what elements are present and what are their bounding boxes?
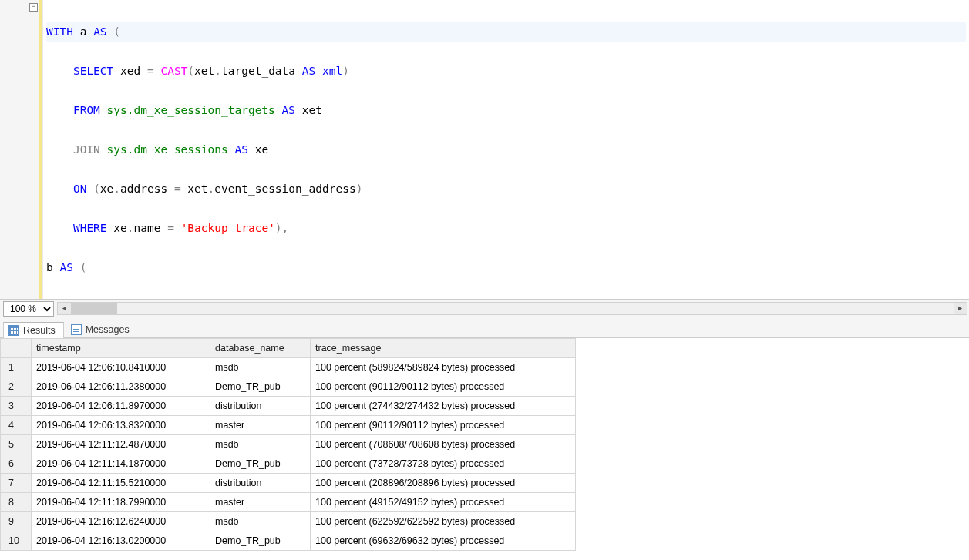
row-number[interactable]: 7 [1,474,32,493]
tab-results[interactable]: Results [3,322,64,338]
cell-timestamp[interactable]: 2019-06-04 12:16:13.0200000 [32,531,210,551]
cell-timestamp[interactable]: 2019-06-04 12:06:10.8410000 [32,358,210,377]
cell-trace-message[interactable]: 100 percent (589824/589824 bytes) proces… [311,358,576,377]
cell-trace-message[interactable]: 100 percent (208896/208896 bytes) proces… [311,474,576,493]
cell-timestamp[interactable]: 2019-06-04 12:06:11.8970000 [32,397,210,416]
header-row: timestamp database_name trace_message [1,339,576,358]
row-number[interactable]: 4 [1,416,32,435]
code-content[interactable]: WITH a AS ( SELECT xed = CAST(xet.target… [43,0,969,299]
table-row[interactable]: 82019-06-04 12:11:18.7990000master100 pe… [1,493,576,512]
zoom-level-select[interactable]: 100 % [3,301,54,317]
cell-trace-message[interactable]: 100 percent (90112/90112 bytes) processe… [311,416,576,435]
cell-trace-message[interactable]: 100 percent (49152/49152 bytes) processe… [311,493,576,512]
row-number[interactable]: 3 [1,397,32,416]
col-header-timestamp[interactable]: timestamp [32,339,210,358]
cell-database-name[interactable]: Demo_TR_pub [210,531,311,551]
cell-trace-message[interactable]: 100 percent (69632/69632 bytes) processe… [311,531,576,551]
tab-label: Results [23,325,56,336]
cell-trace-message[interactable]: 100 percent (708608/708608 bytes) proces… [311,435,576,454]
editor-gutter: − [0,0,43,299]
cell-trace-message[interactable]: 100 percent (622592/622592 bytes) proces… [311,512,576,531]
fold-toggle[interactable]: − [29,3,38,12]
table-row[interactable]: 32019-06-04 12:06:11.8970000distribution… [1,397,576,416]
row-number[interactable]: 5 [1,435,32,454]
sql-editor: − WITH a AS ( SELECT xed = CAST(xet.targ… [0,0,969,299]
table-row[interactable]: 22019-06-04 12:06:11.2380000Demo_TR_pub1… [1,377,576,397]
result-tabs: Results Messages [0,317,969,338]
change-indicator [39,0,42,299]
scroll-right-button[interactable]: ► [954,303,967,314]
cell-timestamp[interactable]: 2019-06-04 12:11:12.4870000 [32,435,210,454]
scroll-thumb[interactable] [71,303,117,314]
col-header-trace-message[interactable]: trace_message [311,339,576,358]
cell-timestamp[interactable]: 2019-06-04 12:06:11.2380000 [32,377,210,397]
table-row[interactable]: 62019-06-04 12:11:14.1870000Demo_TR_pub1… [1,454,576,474]
cell-database-name[interactable]: msdb [210,512,311,531]
cell-trace-message[interactable]: 100 percent (90112/90112 bytes) processe… [311,377,576,397]
row-number[interactable]: 8 [1,493,32,512]
row-number[interactable]: 6 [1,454,32,474]
cell-timestamp[interactable]: 2019-06-04 12:11:18.7990000 [32,493,210,512]
cell-timestamp[interactable]: 2019-06-04 12:16:12.6240000 [32,512,210,531]
results-grid[interactable]: timestamp database_name trace_message 12… [0,338,969,560]
row-number[interactable]: 2 [1,377,32,397]
cell-database-name[interactable]: distribution [210,474,311,493]
cell-trace-message[interactable]: 100 percent (274432/274432 bytes) proces… [311,397,576,416]
results-table[interactable]: timestamp database_name trace_message 12… [0,338,576,551]
table-row[interactable]: 52019-06-04 12:11:12.4870000msdb100 perc… [1,435,576,454]
table-row[interactable]: 12019-06-04 12:06:10.8410000msdb100 perc… [1,358,576,377]
corner-cell[interactable] [1,339,32,358]
table-row[interactable]: 72019-06-04 12:11:15.5210000distribution… [1,474,576,493]
cell-database-name[interactable]: msdb [210,358,311,377]
cell-database-name[interactable]: Demo_TR_pub [210,454,311,474]
cell-timestamp[interactable]: 2019-06-04 12:06:13.8320000 [32,416,210,435]
table-row[interactable]: 92019-06-04 12:16:12.6240000msdb100 perc… [1,512,576,531]
tab-label: Messages [86,324,130,335]
cell-database-name[interactable]: distribution [210,397,311,416]
cell-database-name[interactable]: master [210,493,311,512]
scroll-left-button[interactable]: ◄ [58,303,71,314]
messages-icon [71,324,82,335]
cell-timestamp[interactable]: 2019-06-04 12:11:15.5210000 [32,474,210,493]
table-row[interactable]: 102019-06-04 12:16:13.0200000Demo_TR_pub… [1,531,576,551]
row-number[interactable]: 9 [1,512,32,531]
table-row[interactable]: 42019-06-04 12:06:13.8320000master100 pe… [1,416,576,435]
cell-trace-message[interactable]: 100 percent (73728/73728 bytes) processe… [311,454,576,474]
cell-database-name[interactable]: msdb [210,435,311,454]
grid-icon [8,325,19,336]
col-header-database-name[interactable]: database_name [210,339,311,358]
editor-footer: 100 % ◄ ► [0,299,969,317]
cell-database-name[interactable]: master [210,416,311,435]
row-number[interactable]: 1 [1,358,32,377]
cell-database-name[interactable]: Demo_TR_pub [210,377,311,397]
row-number[interactable]: 10 [1,531,32,551]
horizontal-scrollbar[interactable]: ◄ ► [57,302,967,315]
cell-timestamp[interactable]: 2019-06-04 12:11:14.1870000 [32,454,210,474]
tab-messages[interactable]: Messages [66,321,138,337]
